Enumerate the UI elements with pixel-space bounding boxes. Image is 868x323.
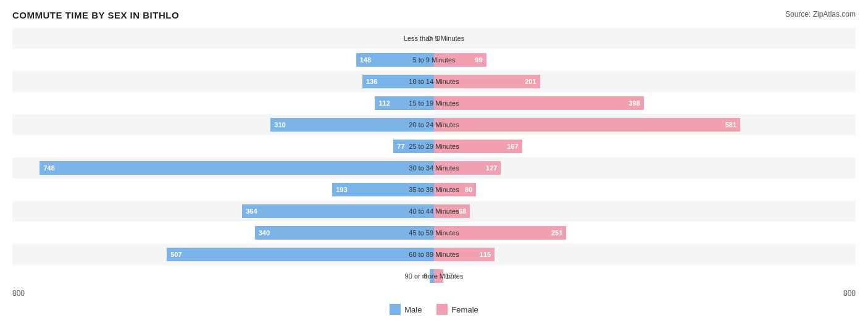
chart-source: Source: ZipAtlas.com: [785, 10, 856, 19]
bar-container: 748 127 30 to 34 Minutes: [12, 157, 856, 178]
female-bar: 251: [434, 226, 566, 240]
bar-container: 148 99 5 to 9 Minutes: [12, 49, 856, 70]
female-value: 17: [446, 272, 453, 280]
bar-container: 310 581 20 to 24 Minutes: [12, 114, 856, 135]
male-bar: 507: [167, 248, 434, 261]
bar-container: 112 398 15 to 19 Minutes: [12, 93, 856, 114]
female-bar: 167: [434, 140, 522, 153]
chart-row: 748 127 30 to 34 Minutes: [12, 157, 856, 178]
left-side: 748: [12, 157, 434, 178]
chart-row: 0 0 Less than 5 Minutes: [12, 28, 856, 49]
male-value: 136: [362, 78, 377, 85]
male-bar: 148: [356, 53, 434, 67]
male-value: 310: [270, 121, 285, 128]
right-side: 115: [434, 244, 856, 265]
bar-container: 193 80 35 to 39 Minutes: [12, 179, 856, 200]
female-value: 167: [507, 143, 522, 150]
female-bar: 68: [434, 204, 470, 218]
male-value: 193: [332, 186, 347, 193]
female-value: 201: [525, 78, 540, 85]
male-bar: 112: [375, 96, 434, 110]
male-bar: 193: [332, 183, 434, 196]
chart-row: 364 68 40 to 44 Minutes: [12, 201, 856, 222]
female-value: 581: [725, 121, 740, 128]
left-side: 0: [12, 28, 434, 49]
left-side: 148: [12, 49, 434, 70]
left-side: 77: [12, 136, 434, 157]
chart-container: COMMUTE TIME BY SEX IN BITHLO Source: Zi…: [12, 10, 856, 315]
male-value: 340: [255, 229, 270, 237]
female-bar: 581: [434, 118, 740, 132]
chart-row: 136 201 10 to 14 Minutes: [12, 71, 856, 92]
right-side: 201: [434, 71, 856, 92]
female-bar: 127: [434, 161, 501, 175]
female-bar: 115: [434, 248, 495, 261]
male-bar: 364: [242, 204, 434, 218]
male-bar: 8: [430, 269, 434, 283]
female-value: 0: [436, 35, 440, 42]
bar-container: 507 115 60 to 89 Minutes: [12, 244, 856, 265]
left-side: 310: [12, 114, 434, 135]
bar-container: 340 251 45 to 59 Minutes: [12, 222, 856, 243]
right-side: 99: [434, 49, 856, 70]
female-value: 99: [475, 56, 486, 64]
bar-container: 0 0 Less than 5 Minutes: [12, 28, 856, 49]
male-bar: 77: [393, 140, 434, 153]
chart-row: 77 167 25 to 29 Minutes: [12, 136, 856, 157]
legend-male-box: [390, 304, 401, 315]
chart-row: 8 17 90 or more Minutes: [12, 266, 856, 287]
chart-row: 310 581 20 to 24 Minutes: [12, 114, 856, 135]
left-side: 507: [12, 244, 434, 265]
chart-row: 193 80 35 to 39 Minutes: [12, 179, 856, 200]
left-side: 193: [12, 179, 434, 200]
left-side: 8: [12, 266, 434, 287]
right-side: 398: [434, 93, 856, 114]
chart-rows-wrapper: 0 0 Less than 5 Minutes 148 99: [12, 28, 856, 287]
legend-female: Female: [436, 304, 478, 315]
male-value: 507: [167, 251, 182, 258]
male-value: 8: [424, 272, 427, 280]
bar-container: 8 17 90 or more Minutes: [12, 266, 856, 287]
axis-labels: 800 800: [12, 289, 856, 298]
bar-container: 136 201 10 to 14 Minutes: [12, 71, 856, 92]
right-side: 68: [434, 201, 856, 222]
left-side: 340: [12, 222, 434, 243]
chart-title: COMMUTE TIME BY SEX IN BITHLO: [12, 10, 179, 20]
male-bar: 748: [40, 161, 434, 175]
legend-female-label: Female: [451, 305, 478, 314]
right-side: 0: [434, 28, 856, 49]
chart-row: 340 251 45 to 59 Minutes: [12, 222, 856, 243]
left-side: 364: [12, 201, 434, 222]
female-bar: 80: [434, 183, 476, 196]
bar-container: 364 68 40 to 44 Minutes: [12, 201, 856, 222]
female-bar: 398: [434, 96, 644, 110]
right-side: 581: [434, 114, 856, 135]
legend: Male Female: [12, 304, 856, 315]
female-value: 80: [465, 186, 476, 193]
male-value: 0: [428, 35, 432, 42]
female-value: 398: [628, 99, 643, 107]
axis-left: 800: [12, 289, 25, 298]
right-side: 80: [434, 179, 856, 200]
legend-female-box: [436, 304, 448, 315]
chart-row: 507 115 60 to 89 Minutes: [12, 244, 856, 265]
male-bar: 340: [255, 226, 434, 240]
chart-header: COMMUTE TIME BY SEX IN BITHLO Source: Zi…: [12, 10, 856, 20]
bar-container: 77 167 25 to 29 Minutes: [12, 136, 856, 157]
chart-row: 148 99 5 to 9 Minutes: [12, 49, 856, 70]
right-side: 251: [434, 222, 856, 243]
female-bar: 99: [434, 53, 486, 67]
left-side: 112: [12, 93, 434, 114]
male-value: 748: [40, 164, 54, 172]
male-value: 364: [242, 208, 257, 215]
female-value: 68: [459, 208, 470, 215]
male-value: 148: [356, 56, 371, 64]
right-side: 17: [434, 266, 856, 287]
female-bar: 17: [434, 269, 443, 283]
female-value: 115: [480, 251, 495, 258]
legend-male-label: Male: [404, 305, 422, 314]
legend-male: Male: [390, 304, 422, 315]
right-side: 127: [434, 157, 856, 178]
male-value: 112: [375, 99, 390, 107]
right-side: 167: [434, 136, 856, 157]
